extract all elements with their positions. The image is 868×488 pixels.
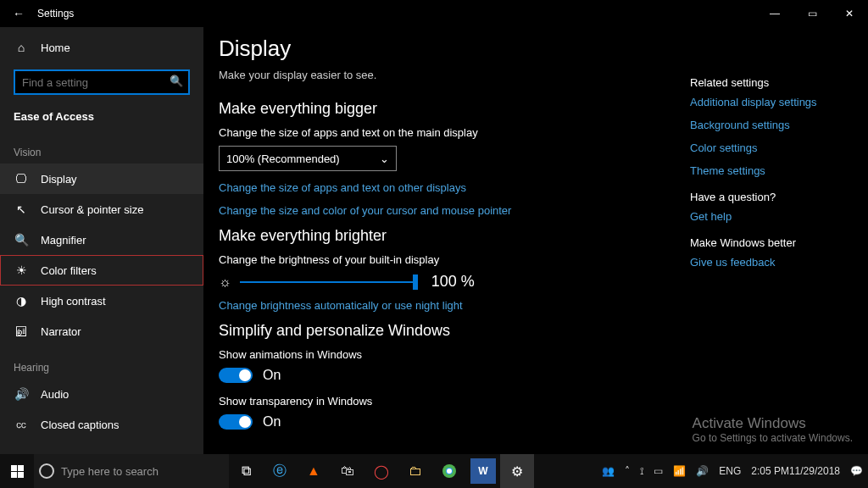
better-heading: Make Windows better (690, 236, 858, 249)
transparency-label: Show transparency in Windows (219, 395, 690, 408)
high-contrast-icon: ◑ (14, 294, 29, 308)
taskbar-app-store[interactable]: 🛍 (331, 454, 364, 488)
section-simplify-heading: Simplify and personalize Windows (219, 322, 690, 340)
sidebar-group-hearing: Hearing (0, 347, 203, 379)
narrator-icon: 🗟 (14, 324, 29, 338)
tray-language[interactable]: ENG (714, 454, 746, 488)
taskbar-app-word[interactable]: W (470, 458, 496, 484)
scaling-dropdown-value: 100% (Recommended) (226, 152, 340, 165)
closed-captions-icon: ㏄ (14, 417, 29, 432)
sidebar-item-narrator[interactable]: 🗟 Narrator (0, 316, 203, 347)
cortana-icon (39, 463, 54, 479)
scaling-label: Change the size of apps and text on the … (219, 126, 690, 139)
tray-people-icon[interactable]: 👥 (597, 454, 620, 488)
sidebar-item-display[interactable]: 🖵 Display (0, 164, 203, 194)
tray-battery-icon[interactable]: ▭ (648, 454, 668, 488)
display-icon: 🖵 (14, 172, 29, 186)
transparency-toggle[interactable] (219, 414, 253, 430)
page-subtitle: Make your display easier to see. (219, 69, 690, 81)
link-theme[interactable]: Theme settings (690, 164, 858, 177)
brightness-value: 100 % (431, 273, 475, 291)
sidebar-category: Ease of Access (0, 102, 203, 131)
search-input[interactable] (14, 69, 190, 95)
sidebar-home[interactable]: ⌂ Home (0, 32, 203, 63)
transparency-state: On (263, 414, 281, 430)
link-cursor-color[interactable]: Change the size and color of your cursor… (219, 204, 690, 217)
sidebar-group-vision: Vision (0, 131, 203, 164)
page-title: Display (219, 36, 690, 62)
windows-logo-icon (11, 465, 24, 478)
link-night-light[interactable]: Change brightness automatically or use n… (219, 299, 690, 312)
sidebar-item-label: Cursor & pointer size (41, 203, 143, 216)
sidebar-item-label: Display (41, 173, 77, 186)
section-brighter-heading: Make everything brighter (219, 227, 690, 245)
window-titlebar: ← Settings ― ▭ ✕ (0, 0, 868, 27)
audio-icon: 🔊 (14, 387, 29, 401)
link-color[interactable]: Color settings (690, 141, 858, 154)
sidebar-item-label: Audio (41, 388, 69, 401)
watermark-title: Activate Windows (693, 415, 853, 432)
right-rail: Related settings Additional display sett… (690, 27, 868, 454)
taskbar-app-vlc[interactable]: ▲ (297, 454, 331, 488)
sidebar-home-label: Home (41, 42, 70, 54)
brightness-label: Change the brightness of your built-in d… (219, 253, 690, 266)
animations-state: On (263, 368, 281, 383)
tray-notifications-icon[interactable]: 💬 (845, 454, 868, 488)
animations-label: Show animations in Windows (219, 348, 690, 361)
sidebar-item-high-contrast[interactable]: ◑ High contrast (0, 286, 203, 316)
tray-location-icon[interactable]: ⟟ (635, 454, 648, 488)
tray-wifi-icon[interactable]: 📶 (668, 454, 691, 488)
sidebar-item-label: Closed captions (41, 419, 120, 431)
svg-point-2 (447, 469, 452, 474)
sidebar-item-label: Color filters (41, 264, 97, 277)
sidebar-item-color-filters[interactable]: ☀ Color filters (0, 255, 203, 286)
tray-time: 2:05 PM (751, 466, 789, 477)
tray-volume-icon[interactable]: 🔊 (691, 454, 714, 488)
sidebar-item-magnifier[interactable]: 🔍 Magnifier (0, 225, 203, 255)
start-button[interactable] (0, 454, 34, 488)
main: Display Make your display easier to see.… (203, 27, 868, 454)
link-additional-display[interactable]: Additional display settings (690, 96, 858, 108)
sidebar-item-closed-captions[interactable]: ㏄ Closed captions (0, 409, 203, 440)
task-view-button[interactable]: ⧉ (229, 454, 263, 488)
search-icon: 🔍 (170, 75, 183, 87)
activate-watermark: Activate Windows Go to Settings to activ… (693, 415, 853, 444)
system-tray: 👥 ˄ ⟟ ▭ 📶 🔊 ENG 2:05 PM 11/29/2018 💬 (597, 454, 868, 488)
maximize-button[interactable]: ▭ (793, 0, 831, 27)
taskbar-app-chrome[interactable] (432, 454, 466, 488)
link-feedback[interactable]: Give us feedback (690, 256, 858, 269)
sidebar-item-label: High contrast (41, 295, 106, 308)
animations-toggle[interactable] (219, 368, 253, 383)
link-background[interactable]: Background settings (690, 119, 858, 131)
taskbar-search[interactable]: Type here to search (34, 454, 229, 488)
taskbar-app-edge[interactable]: ⓔ (263, 454, 297, 488)
sidebar-item-label: Magnifier (41, 234, 86, 247)
taskbar-search-placeholder: Type here to search (61, 465, 159, 478)
brightness-slider[interactable] (240, 281, 418, 283)
taskbar: Type here to search ⧉ ⓔ ▲ 🛍 ◯ 🗀 W ⚙ 👥 ˄ … (0, 454, 868, 488)
brightness-icon: ☼ (219, 274, 231, 290)
taskbar-app-explorer[interactable]: 🗀 (398, 454, 432, 488)
home-icon: ⌂ (14, 41, 29, 54)
related-heading: Related settings (690, 76, 858, 89)
sidebar-item-cursor[interactable]: ↖ Cursor & pointer size (0, 194, 203, 225)
link-other-displays[interactable]: Change the size of apps and text on othe… (219, 181, 690, 194)
sidebar-item-audio[interactable]: 🔊 Audio (0, 379, 203, 409)
sidebar: ⌂ Home 🔍 Ease of Access Vision 🖵 Display… (0, 27, 203, 454)
close-button[interactable]: ✕ (831, 0, 868, 27)
section-bigger-heading: Make everything bigger (219, 100, 690, 118)
content: Display Make your display easier to see.… (203, 27, 690, 454)
taskbar-app-settings[interactable]: ⚙ (500, 454, 534, 488)
color-filters-icon: ☀ (14, 263, 29, 277)
back-button[interactable]: ← (0, 7, 37, 20)
tray-overflow-icon[interactable]: ˄ (620, 454, 635, 488)
link-get-help[interactable]: Get help (690, 210, 858, 223)
chrome-icon (442, 463, 457, 479)
scaling-dropdown[interactable]: 100% (Recommended) ⌄ (219, 146, 397, 171)
taskbar-app-opera[interactable]: ◯ (364, 454, 398, 488)
question-heading: Have a question? (690, 191, 858, 203)
chevron-down-icon: ⌄ (380, 152, 389, 165)
tray-clock[interactable]: 2:05 PM 11/29/2018 (746, 454, 845, 488)
window-title: Settings (37, 8, 74, 19)
minimize-button[interactable]: ― (756, 0, 793, 27)
